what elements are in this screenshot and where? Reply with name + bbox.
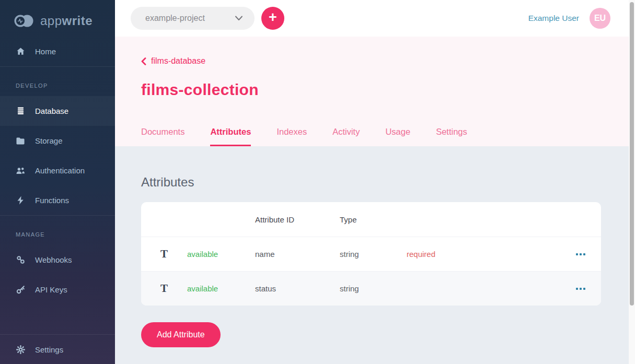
tab-settings[interactable]: Settings	[436, 127, 467, 146]
table-row: T available name string required	[141, 237, 601, 271]
link-icon	[16, 255, 25, 265]
row-actions-button[interactable]	[574, 285, 587, 293]
sidebar-item-label: Webhooks	[35, 255, 72, 264]
users-icon	[16, 166, 25, 175]
status-badge: available	[187, 284, 255, 293]
user-menu-link[interactable]: Example User	[528, 14, 579, 23]
table-row: T available status string	[141, 271, 601, 306]
status-badge: available	[187, 250, 255, 259]
ellipsis-icon	[576, 253, 578, 255]
sidebar-item-storage[interactable]: Storage	[0, 126, 115, 156]
attributes-table: Attribute ID Type T available name strin…	[141, 202, 601, 306]
sidebar-item-label: Functions	[35, 196, 69, 205]
key-icon	[16, 285, 25, 295]
content-area: Attributes Attribute ID Type T available…	[115, 146, 629, 364]
create-project-button[interactable]: +	[261, 7, 284, 30]
attribute-type-value: string	[340, 284, 407, 293]
tab-attributes[interactable]: Attributes	[210, 127, 251, 146]
column-header-type: Type	[340, 215, 407, 224]
add-attribute-button[interactable]: Add Attribute	[141, 322, 221, 347]
appwrite-logo-mark	[14, 14, 34, 28]
avatar-initials: EU	[594, 14, 606, 23]
attribute-type-value: string	[340, 250, 407, 259]
page-title: films-collection	[141, 81, 629, 99]
sidebar-section-develop: DEVELOP	[0, 67, 115, 96]
row-actions-button[interactable]	[574, 250, 587, 259]
plus-icon: +	[269, 9, 277, 26]
breadcrumb-label: films-database	[151, 56, 205, 66]
text-attribute-icon: T	[160, 248, 168, 261]
table-header-row: Attribute ID Type	[141, 202, 601, 237]
scrollbar-thumb[interactable]	[630, 2, 634, 306]
project-selector-dropdown[interactable]: example-project	[131, 7, 255, 30]
breadcrumb[interactable]: films-database	[141, 56, 205, 66]
section-heading: Attributes	[141, 175, 629, 190]
topbar: example-project + Example User EU	[115, 0, 629, 37]
sidebar: appwrite Home DEVELOP Database Storage	[0, 0, 115, 364]
folder-icon	[16, 136, 25, 146]
sidebar-item-authentication[interactable]: Authentication	[0, 156, 115, 185]
sidebar-item-home[interactable]: Home	[0, 37, 115, 66]
sidebar-item-settings[interactable]: Settings	[0, 334, 115, 364]
required-badge: required	[407, 250, 559, 259]
sidebar-section-manage: MANAGE	[0, 216, 115, 245]
sidebar-item-label: Storage	[35, 136, 63, 145]
user-area: Example User EU	[528, 8, 610, 29]
tab-indexes[interactable]: Indexes	[276, 127, 307, 146]
sidebar-item-functions[interactable]: Functions	[0, 185, 115, 215]
page-scrollbar[interactable]	[629, 0, 635, 364]
main-area: example-project + Example User EU films-…	[115, 0, 629, 364]
ellipsis-icon	[576, 288, 578, 290]
project-selector-value: example-project	[145, 14, 205, 23]
sidebar-item-api-keys[interactable]: API Keys	[0, 275, 115, 304]
sidebar-item-label: Authentication	[35, 166, 85, 175]
chevron-down-icon	[235, 16, 243, 21]
database-icon	[16, 107, 25, 116]
lightning-icon	[16, 196, 25, 205]
attribute-id-value: status	[255, 284, 340, 293]
sidebar-item-label: Database	[35, 107, 68, 115]
sidebar-item-label: API Keys	[35, 285, 67, 294]
sidebar-item-webhooks[interactable]: Webhooks	[0, 245, 115, 275]
chevron-left-icon	[141, 57, 146, 65]
tab-activity[interactable]: Activity	[332, 127, 360, 146]
home-icon	[16, 47, 25, 56]
appwrite-logo-text: appwrite	[40, 14, 93, 28]
sidebar-item-label: Home	[35, 47, 56, 56]
sidebar-item-database[interactable]: Database	[0, 96, 115, 126]
text-attribute-icon: T	[160, 282, 168, 295]
tab-bar: Documents Attributes Indexes Activity Us…	[141, 127, 467, 146]
appwrite-logo[interactable]: appwrite	[0, 0, 115, 30]
gear-icon	[16, 345, 25, 354]
sidebar-item-label: Settings	[35, 345, 63, 354]
tab-usage[interactable]: Usage	[385, 127, 410, 146]
avatar[interactable]: EU	[590, 8, 610, 29]
column-header-attribute-id: Attribute ID	[255, 215, 340, 224]
attribute-id-value: name	[255, 250, 340, 259]
page-header: films-database films-collection Document…	[115, 37, 629, 146]
tab-documents[interactable]: Documents	[141, 127, 184, 146]
